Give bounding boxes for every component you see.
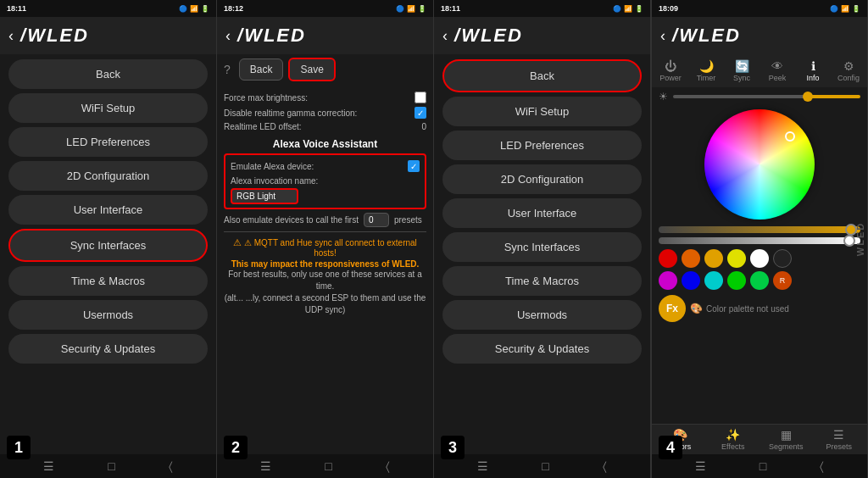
p4-tab-config[interactable]: ⚙ Config: [832, 58, 865, 84]
menu3-security-updates[interactable]: Security & Updates: [442, 334, 642, 364]
p2-emulate-checkbox[interactable]: ✓: [408, 160, 420, 172]
p4-fx-button[interactable]: Fx: [659, 295, 686, 322]
menu3-led-preferences[interactable]: LED Preferences: [442, 131, 642, 160]
swatch-green[interactable]: [727, 271, 746, 290]
menu-time-macros[interactable]: Time & Macros: [8, 266, 208, 296]
back-arrow-2[interactable]: ‹: [225, 27, 231, 45]
p2-help-btn[interactable]: ?: [224, 63, 231, 76]
wifi-icon-4: 📶: [841, 5, 849, 13]
nav-menu-icon-4[interactable]: ☰: [695, 459, 706, 473]
menu-list-1: Back WiFi Setup LED Preferences 2D Confi…: [0, 54, 216, 454]
menu-2d-config[interactable]: 2D Configuration: [8, 161, 208, 191]
p2-gamma-label: Disable realtime gamma correction:: [224, 108, 357, 118]
p2-save-btn[interactable]: Save: [288, 58, 335, 81]
back-arrow-3[interactable]: ‹: [442, 27, 448, 45]
config-icon: ⚙: [843, 59, 854, 73]
nav-home-icon-2[interactable]: □: [325, 459, 331, 473]
menu3-back[interactable]: Back: [442, 59, 642, 92]
p4-tab-effects-label: Effects: [721, 442, 744, 451]
menu3-wifi-setup[interactable]: WiFi Setup: [442, 97, 642, 126]
nav-back-icon-1[interactable]: 〈: [169, 459, 173, 474]
peek-icon: 👁: [771, 59, 783, 73]
nav-menu-icon-2[interactable]: ☰: [260, 459, 271, 473]
nav-bar-1: ☰ □ 〈: [0, 454, 216, 478]
app-header-3: ‹ /WLED: [434, 17, 650, 54]
back-arrow-1[interactable]: ‹: [8, 27, 14, 45]
swatch-black[interactable]: [773, 249, 792, 268]
p4-brightness-slider[interactable]: [673, 95, 860, 98]
nav-home-icon-4[interactable]: □: [760, 459, 766, 473]
swatch-magenta[interactable]: [659, 271, 677, 290]
menu3-2d-config[interactable]: 2D Configuration: [442, 164, 642, 194]
back-arrow-4[interactable]: ‹: [660, 27, 665, 45]
menu-usermods[interactable]: Usermods: [8, 300, 208, 330]
status-bar-2: 18:12 🔵 📶 🔋: [217, 0, 433, 17]
menu3-time-macros[interactable]: Time & Macros: [442, 266, 642, 296]
battery-icon-2: 🔋: [418, 5, 426, 13]
nav-back-icon-2[interactable]: 〈: [386, 459, 390, 474]
swatch-red[interactable]: [659, 249, 677, 268]
p4-tab-sync[interactable]: 🔄 Sync: [725, 58, 759, 84]
swatch-white[interactable]: [750, 249, 769, 268]
p4-tab-peek-label: Peek: [769, 74, 787, 82]
menu3-sync-interfaces[interactable]: Sync Interfaces: [442, 232, 642, 262]
p4-swatches-row1: [652, 247, 867, 270]
p2-gamma-row: Disable realtime gamma correction: ✓: [224, 105, 426, 120]
swatch-spring-green[interactable]: [750, 271, 769, 290]
p4-tab-segments[interactable]: ▦ Segments: [760, 428, 813, 451]
app-logo-3: /WLED: [454, 25, 523, 47]
nav-back-icon-4[interactable]: 〈: [820, 459, 824, 474]
p2-gamma-checkbox[interactable]: ✓: [415, 107, 426, 119]
nav-bar-3: ☰ □ 〈: [434, 454, 650, 478]
nav-back-icon-3[interactable]: 〈: [603, 459, 607, 474]
app-header-4: ‹ /WLED: [652, 17, 867, 54]
nav-menu-icon-3[interactable]: ☰: [477, 459, 488, 473]
menu-sync-interfaces[interactable]: Sync Interfaces: [8, 229, 208, 262]
p4-color-wheel-container: [652, 106, 867, 223]
swatch-orange[interactable]: [682, 249, 700, 268]
p4-warm-slider[interactable]: [659, 226, 860, 233]
panel-1: 18:11 🔵 📶 🔋 ‹ /WLED Back WiFi Setup LED …: [0, 0, 217, 478]
menu-led-preferences[interactable]: LED Preferences: [8, 127, 208, 157]
swatch-cyan[interactable]: [704, 271, 723, 290]
p4-white-slider[interactable]: [659, 237, 860, 244]
p4-color-wheel[interactable]: [704, 109, 815, 220]
p4-tab-effects[interactable]: ✨ Effects: [707, 428, 760, 451]
battery-icon-3: 🔋: [635, 5, 643, 13]
swatch-blue[interactable]: [682, 271, 700, 290]
nav-menu-icon-1[interactable]: ☰: [43, 459, 54, 473]
p2-emulate-row: Emulate Alexa device: ✓: [231, 158, 420, 174]
bt-icon: 🔵: [179, 5, 187, 13]
p4-tab-presets[interactable]: ☰ Presets: [813, 428, 866, 451]
menu-security-updates[interactable]: Security & Updates: [8, 334, 208, 364]
p2-presets-label: presets: [394, 215, 422, 225]
p2-invocation-input-wrapper: [231, 188, 420, 204]
p2-also-emulate-input[interactable]: [364, 213, 389, 227]
status-icons-4: 🔵 📶 🔋: [830, 5, 860, 13]
p2-info-2: (alt... ...ly, connect a second ESP to t…: [224, 292, 426, 316]
swatch-amber[interactable]: [704, 249, 723, 268]
menu3-usermods[interactable]: Usermods: [442, 300, 642, 330]
p4-tab-sync-label: Sync: [733, 74, 750, 82]
nav-home-icon-1[interactable]: □: [108, 459, 114, 473]
p4-tab-info[interactable]: ℹ Info: [796, 58, 830, 84]
p4-tab-peek[interactable]: 👁 Peek: [760, 58, 794, 84]
p2-led-offset-label: Realtime LED offset:: [224, 122, 302, 131]
menu-user-interface[interactable]: User Interface: [8, 195, 208, 225]
swatch-yellow[interactable]: [727, 249, 746, 268]
menu3-user-interface[interactable]: User Interface: [442, 198, 642, 228]
wifi-icon-2: 📶: [407, 5, 415, 13]
p4-tab-timer[interactable]: 🌙 Timer: [689, 58, 723, 84]
p2-force-brightness-cb[interactable]: [415, 92, 426, 103]
menu-wifi-setup[interactable]: WiFi Setup: [8, 93, 208, 123]
nav-home-icon-3[interactable]: □: [542, 459, 548, 473]
swatch-custom[interactable]: R: [773, 271, 792, 290]
menu-back[interactable]: Back: [8, 59, 208, 89]
bt-icon-4: 🔵: [830, 5, 838, 13]
p4-palette-label: Color palette not used: [706, 304, 789, 314]
p4-tab-power[interactable]: ⏻ Power: [654, 58, 687, 84]
p2-back-btn[interactable]: Back: [239, 58, 284, 81]
p2-alexa-box: Emulate Alexa device: ✓ Alexa invocation…: [224, 153, 426, 209]
status-bar-3: 18:11 🔵 📶 🔋: [434, 0, 650, 17]
p2-invocation-input[interactable]: [231, 188, 298, 204]
